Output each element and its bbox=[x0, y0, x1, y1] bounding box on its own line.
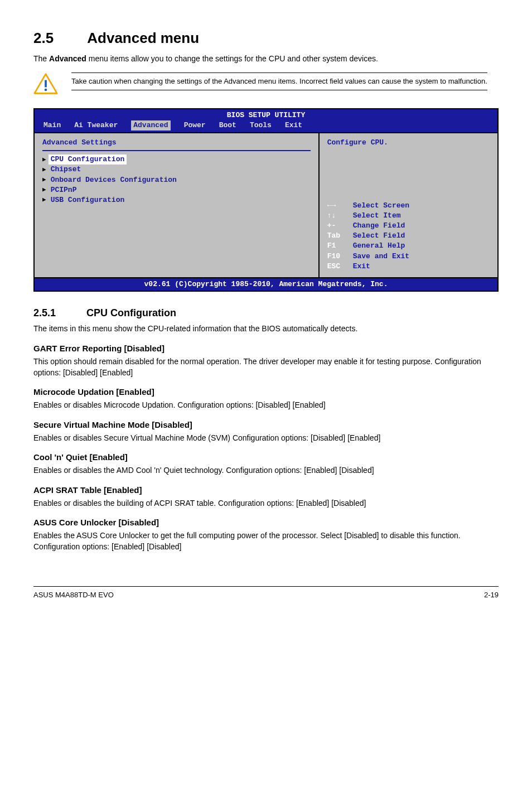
bios-menu-item[interactable]: ▶CPU Configuration bbox=[42, 154, 311, 165]
bios-tab-row: MainAi TweakerAdvancedPowerBootToolsExit bbox=[35, 120, 497, 132]
subsection-number: 2.5.1 bbox=[33, 306, 84, 320]
bios-key-symbol: ←→ bbox=[327, 201, 346, 211]
caution-text: Take caution when changing the settings … bbox=[71, 73, 487, 90]
bios-key-desc: Save and Exit bbox=[353, 252, 409, 262]
bios-titlebar: BIOS SETUP UTILITY bbox=[35, 109, 497, 120]
submenu-arrow-icon: ▶ bbox=[42, 186, 46, 194]
footer-page-number: 2-19 bbox=[484, 590, 499, 600]
submenu-arrow-icon: ▶ bbox=[42, 156, 46, 164]
option-heading: Secure Virtual Machine Mode [Disabled] bbox=[33, 419, 499, 431]
section-title: 2.5 Advanced menu bbox=[33, 28, 499, 48]
bios-key-symbol: F10 bbox=[327, 252, 346, 262]
bios-menu-item-label: PCIPnP bbox=[51, 185, 77, 195]
option-heading: Microcode Updation [Enabled] bbox=[33, 386, 499, 398]
svg-rect-1 bbox=[45, 80, 47, 88]
bios-tab-exit[interactable]: Exit bbox=[285, 120, 302, 131]
bios-key-desc: Select Field bbox=[353, 231, 405, 241]
section-text: Advanced menu bbox=[87, 30, 199, 46]
bios-key-symbol: F1 bbox=[327, 241, 346, 251]
subsection-text: CPU Configuration bbox=[86, 307, 176, 318]
bios-menu-item-label: Onboard Devices Configuration bbox=[51, 175, 177, 185]
option-heading: ACPI SRAT Table [Enabled] bbox=[33, 484, 499, 496]
bios-tab-tools[interactable]: Tools bbox=[250, 120, 272, 131]
bios-menu-item[interactable]: ▶PCIPnP bbox=[42, 185, 311, 195]
bios-menu-item[interactable]: ▶Chipset bbox=[42, 165, 311, 175]
bios-menu-item-label: Chipset bbox=[51, 165, 81, 175]
bios-key-row: ↑↓Select Item bbox=[327, 211, 490, 221]
bios-key-row: ESCExit bbox=[327, 262, 490, 272]
bios-key-desc: Select Item bbox=[353, 211, 401, 221]
option-description: Enables or disables the AMD Cool 'n' Qui… bbox=[33, 465, 499, 476]
option-heading: GART Error Reporting [Disabled] bbox=[33, 342, 499, 354]
bios-window: BIOS SETUP UTILITY MainAi TweakerAdvance… bbox=[33, 108, 499, 292]
bios-tab-boot[interactable]: Boot bbox=[219, 120, 236, 131]
bios-left-heading: Advanced Settings bbox=[42, 138, 311, 148]
svg-point-2 bbox=[45, 89, 47, 91]
option-heading: Cool 'n' Quiet [Enabled] bbox=[33, 451, 499, 463]
option-description: Enables or disables the building of ACPI… bbox=[33, 498, 499, 509]
bios-tab-power[interactable]: Power bbox=[184, 120, 206, 131]
caution-callout: Take caution when changing the settings … bbox=[33, 73, 499, 98]
submenu-arrow-icon: ▶ bbox=[42, 166, 46, 174]
subsection-intro: The items in this menu show the CPU-rela… bbox=[33, 323, 499, 335]
warning-icon bbox=[33, 73, 58, 98]
bios-key-symbol: ESC bbox=[327, 262, 346, 272]
bios-menu-item-label: CPU Configuration bbox=[49, 154, 127, 165]
bios-tab-advanced[interactable]: Advanced bbox=[131, 120, 170, 131]
bios-key-row: F1General Help bbox=[327, 241, 490, 251]
bios-tab-ai-tweaker[interactable]: Ai Tweaker bbox=[74, 120, 118, 131]
intro-paragraph: The Advanced menu items allow you to cha… bbox=[33, 54, 499, 65]
bios-help-text: Configure CPU. bbox=[327, 138, 490, 148]
bios-key-symbol: +- bbox=[327, 221, 346, 231]
bios-tab-main[interactable]: Main bbox=[43, 120, 61, 131]
page-footer: ASUS M4A88TD-M EVO 2-19 bbox=[33, 586, 499, 600]
footer-product: ASUS M4A88TD-M EVO bbox=[33, 590, 114, 600]
subsection-title: 2.5.1 CPU Configuration bbox=[33, 306, 499, 320]
bios-key-symbol: ↑↓ bbox=[327, 211, 346, 221]
bios-menu-item[interactable]: ▶USB Configuration bbox=[42, 195, 311, 205]
bios-key-row: F10Save and Exit bbox=[327, 252, 490, 262]
submenu-arrow-icon: ▶ bbox=[42, 196, 46, 204]
bios-key-desc: Change Field bbox=[353, 221, 405, 231]
bios-key-row: ←→Select Screen bbox=[327, 201, 490, 211]
option-description: Enables the ASUS Core Unlocker to get th… bbox=[33, 530, 499, 552]
bios-key-row: +-Change Field bbox=[327, 221, 490, 231]
bios-key-desc: Select Screen bbox=[353, 201, 409, 211]
bios-menu-item-label: USB Configuration bbox=[51, 195, 125, 205]
bios-divider bbox=[42, 150, 311, 151]
option-heading: ASUS Core Unlocker [Disabled] bbox=[33, 516, 499, 528]
bios-footer: v02.61 (C)Copyright 1985-2010, American … bbox=[35, 277, 497, 291]
option-description: Enables or disables Microcode Updation. … bbox=[33, 400, 499, 411]
option-description: Enables or disables Secure Virtual Machi… bbox=[33, 433, 499, 444]
bios-menu-item[interactable]: ▶Onboard Devices Configuration bbox=[42, 175, 311, 185]
bios-key-legend: ←→Select Screen↑↓Select Item+-Change Fie… bbox=[327, 201, 490, 272]
bios-left-panel: Advanced Settings ▶CPU Configuration▶Chi… bbox=[35, 133, 320, 277]
bios-right-panel: Configure CPU. ←→Select Screen↑↓Select I… bbox=[320, 133, 497, 277]
bios-key-desc: General Help bbox=[353, 241, 405, 251]
bios-key-row: TabSelect Field bbox=[327, 231, 490, 241]
option-description: This option should remain disabled for t… bbox=[33, 356, 499, 378]
bios-key-symbol: Tab bbox=[327, 231, 346, 241]
bios-key-desc: Exit bbox=[353, 262, 370, 272]
section-number: 2.5 bbox=[33, 28, 84, 48]
submenu-arrow-icon: ▶ bbox=[42, 176, 46, 184]
